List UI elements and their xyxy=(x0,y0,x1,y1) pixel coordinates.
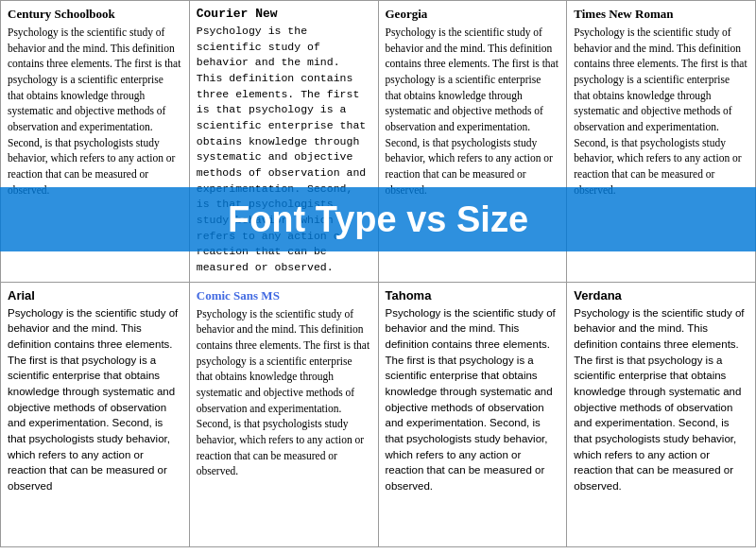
banner-overlay: Font Type vs Size xyxy=(0,187,756,251)
cell-body-arial: Psychology is the scientific study of be… xyxy=(8,305,182,494)
cell-verdana: VerdanaPsychology is the scientific stud… xyxy=(567,283,756,547)
cell-body-tahoma: Psychology is the scientific study of be… xyxy=(386,305,560,494)
cell-body-century: Psychology is the scientific study of be… xyxy=(8,25,182,198)
cell-title-comic: Comic Sans MS xyxy=(197,288,371,303)
cell-title-tahoma: Tahoma xyxy=(386,288,560,303)
font-comparison-grid: Century SchoolbookPsychology is the scie… xyxy=(0,0,756,547)
cell-title-courier: Courier New xyxy=(197,7,371,21)
cell-body-georgia: Psychology is the scientific study of be… xyxy=(386,25,560,198)
cell-body-verdana: Psychology is the scientific study of be… xyxy=(574,305,748,494)
cell-arial: ArialPsychology is the scientific study … xyxy=(1,283,190,547)
cell-comic: Comic Sans MSPsychology is the scientifi… xyxy=(190,283,379,547)
cell-body-times: Psychology is the scientific study of be… xyxy=(574,25,748,198)
cell-body-comic: Psychology is the scientific study of be… xyxy=(197,306,371,479)
cell-title-georgia: Georgia xyxy=(386,7,560,22)
cell-title-times: Times New Roman xyxy=(574,7,748,22)
cell-tahoma: TahomaPsychology is the scientific study… xyxy=(379,283,568,547)
cell-title-verdana: Verdana xyxy=(574,288,748,303)
cell-title-arial: Arial xyxy=(8,288,182,303)
cell-title-century: Century Schoolbook xyxy=(8,7,182,22)
banner-text: Font Type vs Size xyxy=(228,199,528,240)
